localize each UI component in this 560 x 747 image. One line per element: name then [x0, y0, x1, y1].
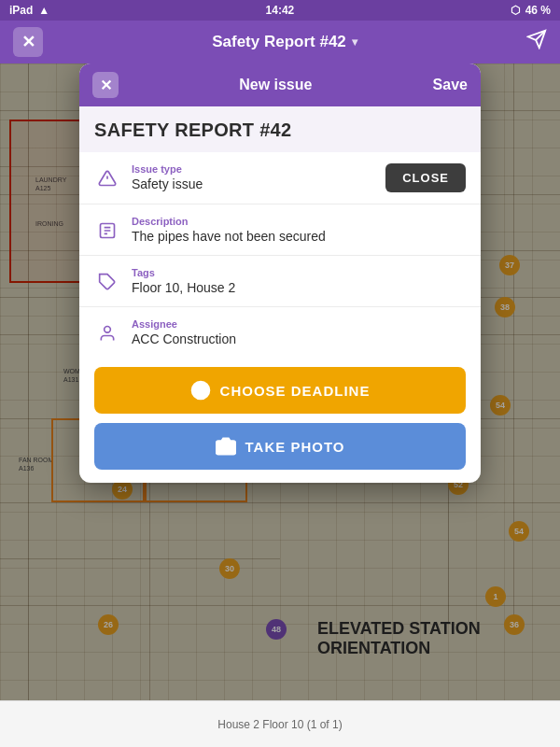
- time-display: 14:42: [266, 4, 295, 17]
- issue-type-row: Issue type Safety issue CLOSE: [79, 152, 481, 204]
- nav-bar: ✕ Safety Report #42 ▾: [0, 21, 560, 63]
- nav-title: Safety Report #42: [212, 33, 346, 51]
- issue-type-content: Issue type Safety issue: [132, 163, 374, 191]
- assignee-label: Assignee: [132, 318, 466, 330]
- svg-point-9: [105, 327, 111, 333]
- assignee-content: Assignee ACC Construction: [132, 318, 466, 346]
- description-row: Description The pipes have not been secu…: [79, 204, 481, 256]
- status-right: ⬡ 46 %: [511, 4, 551, 17]
- issue-type-label: Issue type: [132, 163, 374, 175]
- svg-point-11: [222, 444, 229, 450]
- assignee-icon: [94, 320, 120, 346]
- nav-title-area: Safety Report #42 ▾: [212, 33, 357, 51]
- battery-icon: ⬡: [511, 4, 520, 17]
- description-value: The pipes have not been secured: [132, 229, 466, 244]
- tags-label: Tags: [132, 267, 466, 278]
- description-content: Description The pipes have not been secu…: [132, 216, 466, 244]
- battery-label: 46 %: [525, 4, 551, 17]
- issue-type-value: Safety issue: [132, 176, 374, 191]
- wifi-icon: ▲: [38, 4, 49, 17]
- choose-deadline-button[interactable]: CHOOSE DEADLINE: [94, 367, 466, 414]
- send-button[interactable]: [526, 29, 547, 55]
- take-photo-button[interactable]: TAKE PHOTO: [94, 423, 466, 470]
- modal-close-icon: ✕: [100, 77, 112, 94]
- tags-content: Tags Floor 10, House 2: [132, 267, 466, 295]
- close-issue-button[interactable]: CLOSE: [385, 163, 466, 192]
- modal-save-button[interactable]: Save: [433, 77, 468, 93]
- tags-icon: [94, 269, 120, 295]
- ipad-label: iPad: [9, 4, 33, 17]
- bottom-label: House 2 Floor 10 (1 of 1): [217, 718, 342, 731]
- modal-header-title: New issue: [239, 77, 312, 93]
- issue-type-icon: [94, 165, 120, 191]
- nav-close-button[interactable]: ✕: [13, 27, 43, 57]
- assignee-row: Assignee ACC Construction: [79, 307, 481, 358]
- bottom-bar: House 2 Floor 10 (1 of 1): [0, 700, 560, 747]
- new-issue-modal: ✕ New issue Save SAFETY REPORT #42 Issue…: [79, 63, 481, 483]
- tags-row: Tags Floor 10, House 2: [79, 256, 481, 307]
- description-label: Description: [132, 216, 466, 227]
- choose-deadline-label: CHOOSE DEADLINE: [220, 383, 371, 399]
- status-left: iPad ▲: [9, 4, 49, 17]
- status-bar: iPad ▲ 14:42 ⬡ 46 %: [0, 0, 560, 21]
- modal-header: ✕ New issue Save: [79, 63, 481, 106]
- tags-value: Floor 10, House 2: [132, 280, 466, 295]
- description-icon: [94, 218, 120, 244]
- take-photo-label: TAKE PHOTO: [245, 439, 345, 455]
- chevron-down-icon[interactable]: ▾: [352, 35, 357, 49]
- assignee-value: ACC Construction: [132, 331, 466, 346]
- nav-close-icon: ✕: [21, 32, 35, 52]
- modal-close-button[interactable]: ✕: [92, 72, 119, 98]
- modal-report-title: SAFETY REPORT #42: [79, 106, 481, 152]
